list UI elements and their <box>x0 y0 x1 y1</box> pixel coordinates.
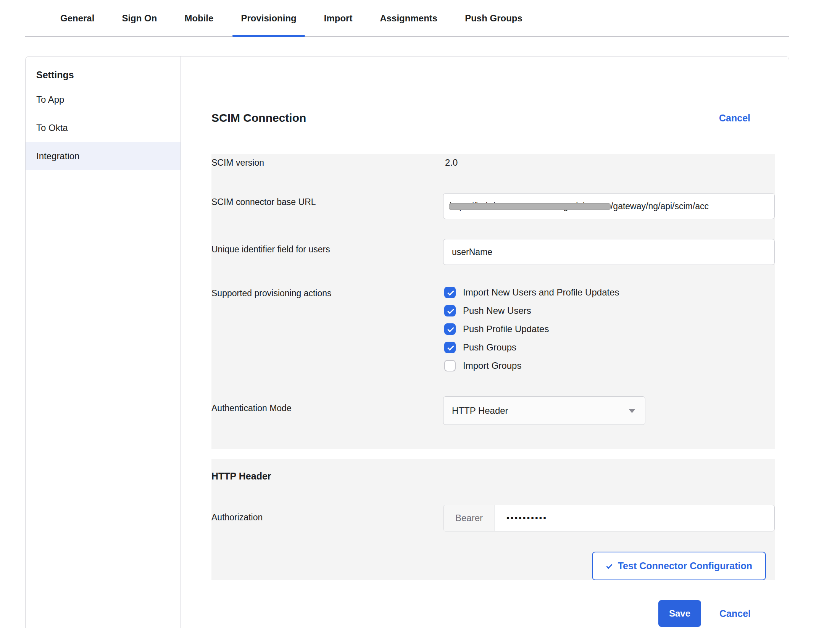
base-url-input[interactable]: https://h5hd-195-19-67-148.ngrok.io/gate… <box>443 193 775 219</box>
base-url-row: SCIM connector base URL https://h5hd-195… <box>211 193 775 219</box>
auth-mode-row: Authentication Mode HTTP Header <box>211 396 775 425</box>
unique-id-value: userName <box>452 247 492 257</box>
authorization-row: Authorization Bearer •••••••••• <box>211 505 775 531</box>
checkbox-label: Push Groups <box>463 342 516 353</box>
page-title: SCIM Connection <box>211 111 306 124</box>
authorization-input-group: Bearer •••••••••• <box>443 505 775 531</box>
sidebar-item-integration[interactable]: Integration <box>26 142 181 170</box>
auth-mode-select[interactable]: HTTP Header <box>443 396 645 425</box>
base-url-visible-text: /gateway/ng/api/scim/acc <box>611 201 709 211</box>
sidebar-title: Settings <box>26 64 181 86</box>
checkbox-row-push-groups[interactable]: Push Groups <box>443 342 775 353</box>
tab-general[interactable]: General <box>52 0 103 36</box>
test-connector-label: Test Connector Configuration <box>618 560 752 571</box>
provisioning-card: Settings To App To Okta Integration SCIM… <box>25 56 789 628</box>
checkbox-label: Push New Users <box>463 305 531 316</box>
checkbox-import-new-users[interactable] <box>444 287 456 298</box>
form-footer: Save Cancel <box>211 600 775 627</box>
unique-id-row: Unique identifier field for users userNa… <box>211 239 775 265</box>
authorization-label: Authorization <box>211 505 443 531</box>
checkbox-import-groups[interactable] <box>444 360 456 371</box>
footer-cancel-link[interactable]: Cancel <box>719 608 751 619</box>
checkbox-label: Import Groups <box>463 360 521 371</box>
app-tabbar: General Sign On Mobile Provisioning Impo… <box>25 0 789 37</box>
sidebar-item-to-app[interactable]: To App <box>26 86 181 114</box>
tab-mobile[interactable]: Mobile <box>176 0 222 36</box>
checkbox-row-push-new-users[interactable]: Push New Users <box>443 305 775 316</box>
tab-sign-on[interactable]: Sign On <box>113 0 165 36</box>
checkbox-push-groups[interactable] <box>444 342 456 353</box>
auth-mode-selected-value: HTTP Header <box>452 405 508 416</box>
check-icon <box>606 563 613 570</box>
provisioning-settings-screen: General Sign On Mobile Provisioning Impo… <box>0 0 840 628</box>
bearer-prefix: Bearer <box>443 505 495 531</box>
tab-provisioning[interactable]: Provisioning <box>232 0 305 36</box>
scim-version-value: 2.0 <box>443 157 458 168</box>
checkbox-row-import-groups[interactable]: Import Groups <box>443 360 775 371</box>
checkbox-row-push-profile-updates[interactable]: Push Profile Updates <box>443 323 775 335</box>
save-button[interactable]: Save <box>658 600 701 627</box>
base-url-redacted-text: https://h5hd-195-19-67-148.ngrok.io <box>450 201 611 211</box>
provisioning-actions-row: Supported provisioning actions Import Ne… <box>211 287 775 378</box>
checkbox-push-profile-updates[interactable] <box>444 323 456 335</box>
scim-version-row: SCIM version 2.0 <box>211 157 775 168</box>
settings-sidebar: Settings To App To Okta Integration <box>26 57 181 628</box>
checkbox-label: Import New Users and Profile Updates <box>463 287 619 298</box>
checkbox-row-import-new-users[interactable]: Import New Users and Profile Updates <box>443 287 775 298</box>
base-url-label: SCIM connector base URL <box>211 193 443 219</box>
unique-id-input[interactable]: userName <box>443 239 775 265</box>
test-connector-button[interactable]: Test Connector Configuration <box>592 552 766 580</box>
checkbox-push-new-users[interactable] <box>444 305 456 316</box>
tab-push-groups[interactable]: Push Groups <box>456 0 531 36</box>
chevron-down-icon <box>629 409 635 413</box>
test-connector-row: Test Connector Configuration <box>211 552 775 580</box>
header-cancel-link[interactable]: Cancel <box>719 113 750 124</box>
scim-version-label: SCIM version <box>211 158 443 168</box>
main-content: SCIM Connection Cancel SCIM version 2.0 … <box>181 57 789 628</box>
auth-mode-label: Authentication Mode <box>211 396 443 425</box>
tab-import[interactable]: Import <box>316 0 361 36</box>
provisioning-actions-label: Supported provisioning actions <box>211 287 443 378</box>
checkbox-label: Push Profile Updates <box>463 324 549 334</box>
page-header: SCIM Connection Cancel <box>211 110 775 126</box>
scim-connection-panel: SCIM version 2.0 SCIM connector base URL… <box>211 154 775 449</box>
authorization-token-input[interactable]: •••••••••• <box>495 505 774 531</box>
tab-assignments[interactable]: Assignments <box>371 0 446 36</box>
http-header-panel: HTTP Header Authorization Bearer •••••••… <box>211 459 775 580</box>
http-header-title: HTTP Header <box>211 468 775 482</box>
unique-id-label: Unique identifier field for users <box>211 239 443 265</box>
sidebar-item-to-okta[interactable]: To Okta <box>26 114 181 142</box>
